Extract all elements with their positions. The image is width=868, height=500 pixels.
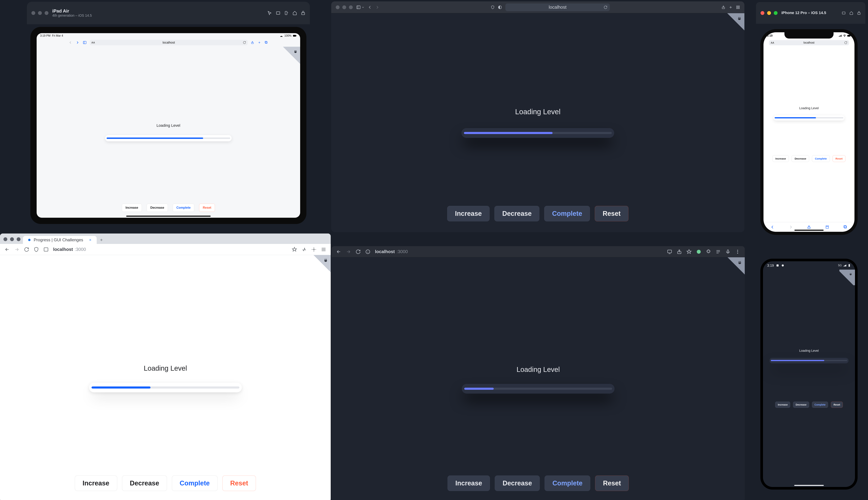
site-info-icon[interactable] bbox=[365, 249, 370, 254]
mic-icon[interactable] bbox=[725, 249, 731, 254]
visbug-corner[interactable] bbox=[720, 13, 744, 37]
reset-button[interactable]: Reset bbox=[833, 155, 846, 162]
svg-rect-9 bbox=[357, 6, 360, 9]
back-icon[interactable] bbox=[368, 5, 372, 9]
reset-button[interactable]: Reset bbox=[199, 204, 215, 212]
share-icon[interactable] bbox=[721, 5, 725, 9]
increase-button[interactable]: Increase bbox=[447, 476, 490, 491]
home-indicator[interactable] bbox=[794, 485, 824, 486]
bookmark-star-icon[interactable] bbox=[292, 247, 297, 252]
share-icon[interactable] bbox=[807, 225, 811, 229]
visbug-corner[interactable] bbox=[720, 257, 745, 282]
window-traffic-lights[interactable] bbox=[336, 5, 353, 9]
refresh-icon[interactable] bbox=[844, 41, 847, 44]
site-info-icon[interactable] bbox=[43, 247, 49, 252]
decrease-button[interactable]: Decrease bbox=[793, 401, 809, 408]
back-icon[interactable] bbox=[336, 249, 341, 254]
visbug-corner[interactable] bbox=[306, 255, 331, 279]
increase-button[interactable]: Increase bbox=[75, 476, 117, 491]
url-field[interactable]: localhost:3000 bbox=[53, 247, 86, 252]
increase-button[interactable]: Increase bbox=[122, 204, 142, 212]
reset-button[interactable]: Reset bbox=[595, 476, 629, 491]
sim-rotate-icon[interactable] bbox=[284, 11, 289, 15]
refresh-icon[interactable] bbox=[243, 41, 246, 44]
safari-url-field[interactable]: localhost bbox=[505, 3, 610, 11]
sim-share-icon[interactable] bbox=[857, 11, 861, 15]
share-icon[interactable] bbox=[677, 249, 682, 254]
decrease-button[interactable]: Decrease bbox=[495, 476, 540, 491]
sim-home-icon[interactable] bbox=[293, 11, 297, 15]
ipad-url-field[interactable]: AA localhost bbox=[90, 40, 248, 45]
home-indicator[interactable] bbox=[795, 230, 824, 231]
menu-icon[interactable] bbox=[735, 249, 740, 254]
visbug-corner[interactable] bbox=[840, 270, 855, 285]
increase-button[interactable]: Increase bbox=[773, 155, 789, 162]
decrease-button[interactable]: Decrease bbox=[147, 204, 168, 212]
url-field[interactable]: localhost:3000 bbox=[375, 249, 408, 254]
back-icon[interactable] bbox=[770, 225, 774, 229]
url-port: :3000 bbox=[75, 247, 86, 252]
window-traffic-lights[interactable] bbox=[32, 11, 48, 15]
new-tab-icon[interactable] bbox=[729, 5, 733, 9]
complete-button[interactable]: Complete bbox=[812, 155, 830, 162]
extension-icon[interactable] bbox=[301, 247, 307, 252]
bookmarks-icon[interactable] bbox=[825, 225, 829, 229]
sim-share-icon[interactable] bbox=[301, 11, 305, 15]
close-tab-icon[interactable] bbox=[89, 238, 92, 241]
visbug-corner[interactable] bbox=[276, 47, 300, 71]
reader-aa-icon[interactable]: AA bbox=[770, 41, 774, 44]
extension-icon[interactable] bbox=[311, 247, 317, 252]
home-indicator[interactable] bbox=[126, 216, 210, 217]
tabs-icon[interactable] bbox=[265, 41, 268, 44]
back-icon[interactable] bbox=[69, 41, 72, 44]
refresh-icon[interactable] bbox=[355, 249, 361, 254]
reading-list-icon[interactable] bbox=[716, 249, 721, 254]
new-tab-icon[interactable] bbox=[258, 41, 261, 44]
url-port: :3000 bbox=[397, 249, 408, 254]
cast-icon[interactable] bbox=[667, 249, 672, 254]
decrease-button[interactable]: Decrease bbox=[792, 155, 809, 162]
complete-button[interactable]: Complete bbox=[544, 206, 590, 221]
complete-button[interactable]: Complete bbox=[173, 204, 194, 212]
forward-icon[interactable] bbox=[346, 249, 351, 254]
sidebar-icon[interactable] bbox=[83, 41, 87, 44]
increase-button[interactable]: Increase bbox=[775, 401, 790, 408]
browser-tab[interactable]: Progress | GUI Challenges bbox=[23, 236, 97, 244]
tab-overview-icon[interactable] bbox=[736, 5, 740, 9]
refresh-icon[interactable] bbox=[24, 247, 29, 252]
bookmark-star-icon[interactable] bbox=[686, 249, 692, 254]
tabs-icon[interactable] bbox=[844, 225, 847, 229]
forward-icon[interactable] bbox=[76, 41, 79, 44]
sim-screenshot-icon[interactable] bbox=[842, 11, 846, 15]
decrease-button[interactable]: Decrease bbox=[494, 206, 539, 221]
reader-aa-icon[interactable]: AA bbox=[91, 41, 95, 44]
reset-button[interactable]: Reset bbox=[831, 401, 843, 408]
complete-button[interactable]: Complete bbox=[812, 401, 828, 408]
new-tab-icon[interactable] bbox=[100, 238, 103, 242]
iphone-url-field[interactable]: AA localhost bbox=[769, 40, 849, 45]
complete-button[interactable]: Complete bbox=[172, 476, 218, 491]
refresh-icon[interactable] bbox=[604, 5, 607, 9]
forward-icon[interactable] bbox=[375, 5, 379, 9]
extensions-icon[interactable] bbox=[706, 249, 711, 254]
window-traffic-lights[interactable] bbox=[761, 11, 778, 15]
decrease-button[interactable]: Decrease bbox=[122, 476, 167, 491]
reset-button[interactable]: Reset bbox=[222, 476, 256, 491]
shield-icon[interactable] bbox=[34, 247, 39, 252]
appearance-icon[interactable] bbox=[498, 5, 502, 9]
reset-button[interactable]: Reset bbox=[595, 206, 628, 221]
window-traffic-lights[interactable] bbox=[3, 237, 21, 241]
increase-button[interactable]: Increase bbox=[447, 206, 490, 221]
sim-home-icon[interactable] bbox=[849, 11, 853, 15]
sidebar-icon[interactable] bbox=[356, 5, 365, 10]
shield-icon[interactable] bbox=[491, 5, 494, 9]
share-icon[interactable] bbox=[251, 41, 254, 44]
forward-icon[interactable] bbox=[789, 225, 793, 229]
forward-icon[interactable] bbox=[14, 247, 20, 252]
extension-icon[interactable] bbox=[696, 249, 701, 254]
sim-screenshot-icon[interactable] bbox=[276, 11, 281, 15]
sim-pointer-icon[interactable] bbox=[267, 11, 272, 15]
menu-icon[interactable] bbox=[321, 247, 326, 252]
back-icon[interactable] bbox=[4, 247, 10, 252]
complete-button[interactable]: Complete bbox=[545, 476, 590, 491]
